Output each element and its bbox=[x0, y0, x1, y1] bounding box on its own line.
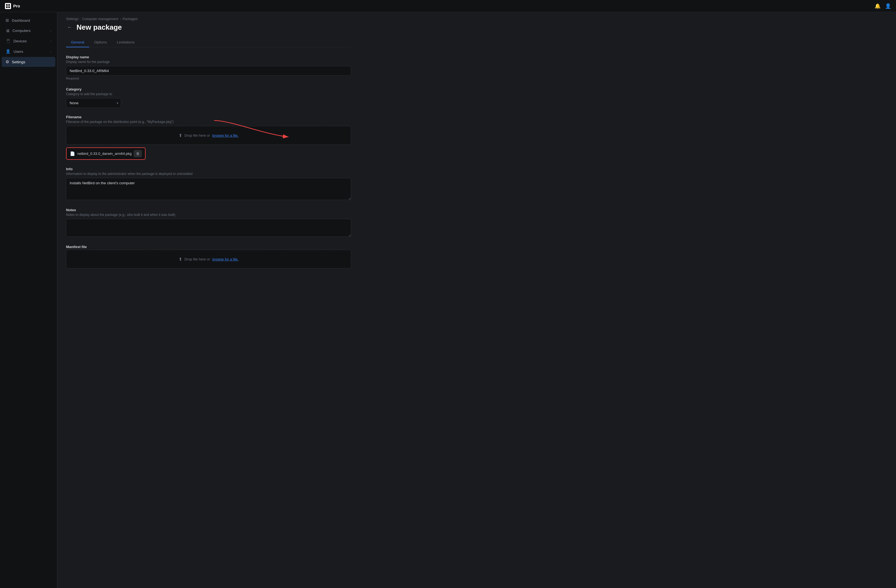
filename-hint: Filename of the package on the distribut… bbox=[66, 120, 351, 124]
sidebar-item-label: Settings bbox=[12, 60, 25, 64]
chevron-right-icon: › bbox=[50, 50, 52, 53]
chevron-right-icon: › bbox=[50, 29, 52, 32]
topbar-left: Pro bbox=[5, 3, 20, 9]
breadcrumb-settings: Settings : bbox=[66, 17, 80, 21]
page-title: New package bbox=[76, 23, 122, 32]
file-item: 📄 netbird_0.33.0_darwin_arm64.pkg 🗑 bbox=[66, 147, 146, 160]
breadcrumb-packages: Packages bbox=[122, 17, 137, 21]
sidebar-item-label: Users bbox=[14, 50, 23, 54]
app-body: ⊞ Dashboard 🖥 Computers › 📱 Devices › 👤 … bbox=[0, 12, 896, 588]
svg-rect-0 bbox=[6, 4, 8, 6]
tab-limitations[interactable]: Limitations bbox=[112, 38, 140, 47]
file-icon: 📄 bbox=[70, 151, 75, 156]
app-logo bbox=[5, 3, 11, 9]
user-icon[interactable]: 👤 bbox=[885, 3, 891, 9]
users-icon: 👤 bbox=[6, 49, 11, 54]
sidebar-item-label: Dashboard bbox=[12, 18, 30, 23]
display-name-section: Display name Display name for the packag… bbox=[66, 55, 351, 80]
category-hint: Category to add the package to bbox=[66, 92, 351, 96]
manifest-label: Manifest file bbox=[66, 245, 351, 249]
svg-rect-1 bbox=[8, 4, 10, 6]
sidebar: ⊞ Dashboard 🖥 Computers › 📱 Devices › 👤 … bbox=[0, 12, 57, 588]
notifications-icon[interactable]: 🔔 bbox=[875, 3, 881, 9]
filename-drop-zone[interactable]: ⬆ Drop file here or browse for a file. bbox=[66, 126, 351, 145]
upload-icon: ⬆ bbox=[178, 133, 182, 138]
breadcrumb: Settings : Computer management › Package… bbox=[66, 17, 351, 21]
svg-rect-3 bbox=[8, 6, 10, 8]
app-title: Pro bbox=[13, 4, 20, 8]
info-label: Info bbox=[66, 167, 351, 171]
notes-section: Notes Notes to display about the package… bbox=[66, 208, 351, 238]
info-textarea[interactable]: Installs NetBird on the client's compute… bbox=[66, 178, 351, 200]
topbar-right: 🔔 👤 bbox=[875, 3, 891, 9]
page-header: ← New package bbox=[66, 23, 351, 32]
filename-annotation-container: ⬆ Drop file here or browse for a file. bbox=[66, 126, 351, 145]
display-name-input[interactable] bbox=[66, 66, 351, 76]
notes-textarea[interactable] bbox=[66, 219, 351, 237]
sidebar-item-devices[interactable]: 📱 Devices › bbox=[2, 36, 55, 46]
sidebar-item-dashboard[interactable]: ⊞ Dashboard bbox=[2, 15, 55, 25]
browse-link[interactable]: browse for a file. bbox=[212, 134, 238, 138]
category-section: Category Category to add the package to … bbox=[66, 87, 351, 108]
tab-general[interactable]: General bbox=[66, 38, 89, 47]
display-name-hint: Display name for the package bbox=[66, 60, 351, 64]
back-button[interactable]: ← bbox=[66, 24, 73, 31]
sidebar-item-users[interactable]: 👤 Users › bbox=[2, 47, 55, 56]
svg-rect-2 bbox=[6, 6, 8, 8]
tab-options[interactable]: Options bbox=[89, 38, 112, 47]
breadcrumb-computer-management[interactable]: Computer management bbox=[82, 17, 118, 21]
category-label: Category bbox=[66, 87, 351, 91]
dashboard-icon: ⊞ bbox=[6, 18, 9, 23]
drop-text: Drop file here or bbox=[184, 134, 210, 138]
settings-icon: ⚙ bbox=[6, 59, 9, 64]
notes-hint: Notes to display about the package (e.g.… bbox=[66, 213, 351, 217]
topbar: Pro 🔔 👤 bbox=[0, 0, 896, 12]
manifest-file-section: Manifest file ⬆ Drop file here or browse… bbox=[66, 245, 351, 269]
devices-icon: 📱 bbox=[6, 38, 11, 44]
info-hint: Information to display to the administra… bbox=[66, 172, 351, 176]
breadcrumb-separator: › bbox=[120, 17, 121, 21]
category-select[interactable]: None bbox=[66, 98, 121, 108]
notes-label: Notes bbox=[66, 208, 351, 212]
required-label: Required bbox=[66, 77, 351, 80]
display-name-label: Display name bbox=[66, 55, 351, 59]
filename-section: Filename Filename of the package on the … bbox=[66, 115, 351, 160]
tabs: General Options Limitations bbox=[66, 38, 351, 47]
info-section: Info Information to display to the admin… bbox=[66, 167, 351, 201]
manifest-drop-zone[interactable]: ⬆ Drop file here or browse for a file. bbox=[66, 250, 351, 269]
file-name: netbird_0.33.0_darwin_arm64.pkg bbox=[77, 152, 131, 156]
chevron-right-icon: › bbox=[50, 40, 52, 43]
file-delete-button[interactable]: 🗑 bbox=[134, 150, 142, 157]
sidebar-item-computers[interactable]: 🖥 Computers › bbox=[2, 26, 55, 35]
upload-icon: ⬆ bbox=[178, 257, 182, 262]
manifest-drop-text: Drop file here or bbox=[184, 257, 210, 261]
manifest-browse-link[interactable]: browse for a file. bbox=[212, 257, 238, 261]
sidebar-item-settings[interactable]: ⚙ Settings bbox=[2, 57, 55, 67]
main-content: Settings : Computer management › Package… bbox=[57, 12, 896, 588]
category-select-wrap: None ▾ bbox=[66, 98, 121, 108]
filename-label: Filename bbox=[66, 115, 351, 119]
computers-icon: 🖥 bbox=[6, 28, 10, 33]
sidebar-item-label: Devices bbox=[14, 39, 27, 43]
sidebar-item-label: Computers bbox=[12, 29, 30, 33]
